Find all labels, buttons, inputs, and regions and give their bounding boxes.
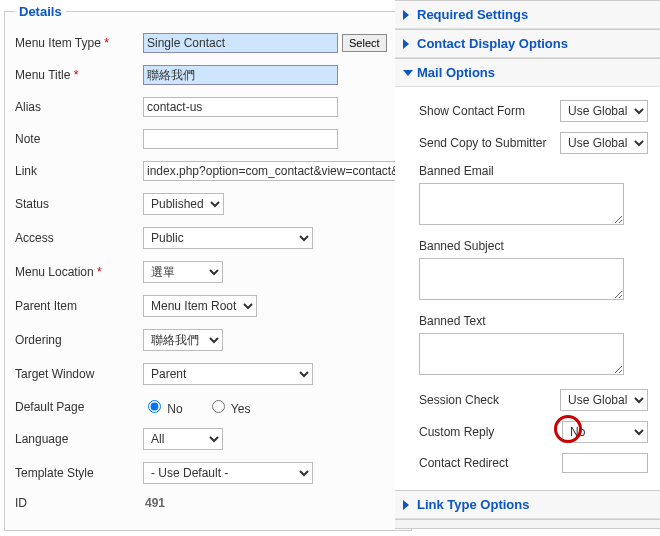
label-send-copy: Send Copy to Submitter <box>419 136 560 150</box>
menu-location-select[interactable]: 選單 <box>143 261 223 283</box>
details-fieldset: Details Menu Item Type * Select Menu Tit… <box>4 4 412 531</box>
label-template-style: Template Style <box>15 466 143 480</box>
banned-subject-textarea[interactable] <box>419 258 624 300</box>
select-type-button[interactable]: Select <box>342 34 387 52</box>
label-alias: Alias <box>15 100 143 114</box>
panel-contact-display-options[interactable]: Contact Display Options <box>395 30 660 58</box>
label-menu-location: Menu Location * <box>15 265 143 279</box>
panel-required-settings[interactable]: Required Settings <box>395 1 660 29</box>
show-contact-form-select[interactable]: Use Global <box>560 100 648 122</box>
panel-link-type-options[interactable]: Link Type Options <box>395 491 660 519</box>
session-check-select[interactable]: Use Global <box>560 389 648 411</box>
label-link: Link <box>15 164 143 178</box>
status-select[interactable]: Published <box>143 193 224 215</box>
label-note: Note <box>15 132 143 146</box>
label-access: Access <box>15 231 143 245</box>
default-page-no[interactable]: No <box>143 397 183 416</box>
label-banned-text: Banned Text <box>419 314 569 328</box>
label-custom-reply: Custom Reply <box>419 425 562 439</box>
language-select[interactable]: All <box>143 428 223 450</box>
access-select[interactable]: Public <box>143 227 313 249</box>
details-legend: Details <box>15 4 66 19</box>
label-parent-item: Parent Item <box>15 299 143 313</box>
mail-options-body: Show Contact Form Use Global Send Copy t… <box>395 87 660 490</box>
link-input <box>143 161 401 181</box>
label-contact-redirect: Contact Redirect <box>419 456 562 470</box>
label-session-check: Session Check <box>419 393 560 407</box>
id-value: 491 <box>143 496 165 510</box>
label-ordering: Ordering <box>15 333 143 347</box>
ordering-select[interactable]: 聯絡我們 <box>143 329 223 351</box>
parent-item-select[interactable]: Menu Item Root <box>143 295 257 317</box>
alias-input[interactable] <box>143 97 338 117</box>
panel-mail-options[interactable]: Mail Options <box>395 59 660 87</box>
label-menu-item-type: Menu Item Type * <box>15 36 143 50</box>
label-banned-subject: Banned Subject <box>419 239 569 253</box>
banned-email-textarea[interactable] <box>419 183 624 225</box>
label-id: ID <box>15 496 143 510</box>
template-style-select[interactable]: - Use Default - <box>143 462 313 484</box>
label-language: Language <box>15 432 143 446</box>
label-show-contact-form: Show Contact Form <box>419 104 560 118</box>
target-window-select[interactable]: Parent <box>143 363 313 385</box>
default-page-yes[interactable]: Yes <box>207 397 251 416</box>
custom-reply-select[interactable]: No <box>562 421 648 443</box>
banned-text-textarea[interactable] <box>419 333 624 375</box>
menu-item-type-input <box>143 33 338 53</box>
label-banned-email: Banned Email <box>419 164 569 178</box>
contact-redirect-input[interactable] <box>562 453 648 473</box>
label-target-window: Target Window <box>15 367 143 381</box>
label-default-page: Default Page <box>15 400 143 414</box>
label-menu-title: Menu Title * <box>15 68 143 82</box>
label-status: Status <box>15 197 143 211</box>
send-copy-select[interactable]: Use Global <box>560 132 648 154</box>
note-input[interactable] <box>143 129 338 149</box>
menu-title-input[interactable] <box>143 65 338 85</box>
